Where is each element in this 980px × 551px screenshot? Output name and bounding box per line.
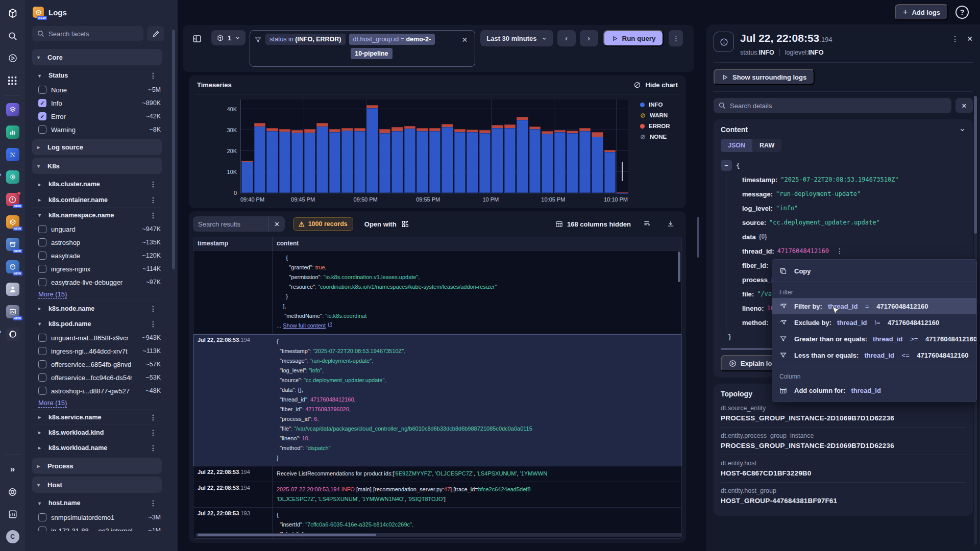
user-avatar[interactable]: C	[6, 530, 19, 543]
chart-bar[interactable]	[554, 130, 566, 193]
filter-chip-2[interactable]: dt.host_group.id = demo-2-	[349, 34, 435, 45]
tab-json[interactable]: JSON	[721, 139, 752, 152]
menu-item-filter-by-[interactable]: Filter by: thread_id = 47176048412160	[772, 298, 976, 314]
facet-value-row[interactable]: ✓Error~42K	[32, 110, 162, 123]
chart-bar[interactable]	[429, 128, 441, 193]
column-header-timestamp[interactable]: timestamp	[193, 237, 273, 250]
chart-bar[interactable]	[304, 129, 316, 193]
timeseries-chart[interactable]: 010K20K30K40K09:40 PM09:45 PM09:50 PM09:…	[197, 95, 678, 200]
clear-filter-icon[interactable]: ✕	[459, 34, 471, 46]
chart-bar[interactable]	[504, 124, 516, 193]
topology-value[interactable]: HOST-6C867CD1BF3229B0	[721, 469, 966, 477]
chart-scrollbar[interactable]	[622, 162, 623, 181]
facet-value-row[interactable]: unguard~947K	[32, 222, 162, 236]
chart-bar[interactable]	[442, 124, 453, 193]
facet-group-k8s-workload-kind[interactable]: ▸k8s.workload.kind⋮	[32, 424, 162, 440]
help-hub-icon[interactable]	[4, 483, 22, 501]
facet-value-row[interactable]: easytrade-live-debugger~97K	[32, 276, 162, 289]
chart-bar[interactable]	[391, 127, 403, 193]
facet-kebab-icon[interactable]: ⋮	[150, 444, 157, 452]
search-icon[interactable]	[4, 27, 22, 45]
search-details-input[interactable]	[714, 98, 951, 113]
chart-bar[interactable]	[604, 150, 616, 193]
topology-value[interactable]: PROCESS_GROUP_INSTANCE-2D1069B7D1D62236	[721, 414, 966, 422]
filter-chip-2-wrap[interactable]: 10-pipeline	[351, 48, 392, 59]
clouds-app-icon[interactable]	[4, 101, 22, 119]
facet-section-k8s[interactable]: ▾K8s	[32, 158, 162, 174]
user-sessions-app-icon[interactable]	[4, 280, 22, 298]
checkbox-unchecked[interactable]	[38, 360, 46, 368]
checkbox-unchecked[interactable]	[38, 373, 46, 382]
facet-value-row[interactable]: offerservice...fcc94c6-ds54r~53K	[32, 371, 162, 384]
json-node-log_level[interactable]: log_level:"info"	[721, 201, 966, 215]
menu-item-greater-than-or-equals-[interactable]: Greater than or equals: thread_id >= 471…	[772, 331, 976, 347]
search-facets-input[interactable]	[32, 26, 143, 41]
run-query-button[interactable]: Run query	[603, 30, 664, 46]
column-header-content[interactable]: content	[273, 237, 681, 250]
chart-bar[interactable]	[592, 132, 603, 193]
checkbox-unchecked[interactable]	[38, 265, 46, 273]
facet-section-host[interactable]: ▾Host	[32, 477, 162, 493]
show-surrounding-logs-button[interactable]: Show surrounding logs	[714, 69, 815, 85]
filter-chip-1[interactable]: status in (INFO, ERROR)	[265, 34, 345, 45]
distributed-tracing-app-icon[interactable]	[4, 145, 22, 164]
chart-bar[interactable]	[542, 131, 553, 193]
json-node-data[interactable]: data{0}	[721, 230, 966, 244]
detail-menu-kebab[interactable]: ⋮	[951, 35, 959, 43]
facet-group-Status[interactable]: ▾Status⋮	[32, 68, 162, 83]
chart-bar[interactable]	[366, 105, 378, 193]
facet-value-row[interactable]: astroshop~135K	[32, 236, 162, 249]
facet-value-row[interactable]: Warning~8K	[32, 123, 162, 136]
chart-bar[interactable]	[492, 125, 503, 193]
search-results-input[interactable]	[193, 216, 268, 232]
checkbox-unchecked[interactable]	[38, 513, 46, 521]
scope-selector[interactable]: 1	[211, 30, 246, 45]
checkbox-checked[interactable]: ✓	[38, 112, 46, 120]
checkbox-unchecked[interactable]	[38, 86, 46, 94]
menu-item-add-column-for-[interactable]: Add column for: thread_id	[772, 382, 976, 398]
facet-value-row[interactable]: snmpsimulatordemo1~3M	[32, 511, 162, 524]
chart-bar[interactable]	[241, 161, 253, 193]
facet-value-row[interactable]: ingress-ngi...464dcd-xrv7t~113K	[32, 344, 162, 358]
add-logs-button[interactable]: + Add logs	[895, 4, 948, 20]
checkbox-unchecked[interactable]	[38, 238, 46, 246]
json-node-kebab[interactable]: ⋮	[836, 247, 843, 255]
facet-value-row[interactable]: easytrade~120K	[32, 249, 162, 262]
facet-section-log-source[interactable]: ▸Log source	[32, 139, 162, 155]
collapse-section-icon[interactable]	[959, 127, 966, 133]
legend-item-error[interactable]: ERROR	[640, 123, 670, 129]
facet-group-k8s-namespace-name[interactable]: ▾k8s.namespace.name⋮	[32, 207, 162, 222]
topology-value[interactable]: HOST_GROUP-447684381BF97F61	[721, 497, 966, 505]
sidebar-scrollbar[interactable]	[172, 30, 175, 269]
chart-bar[interactable]	[316, 123, 328, 193]
facet-value-row[interactable]: unguard-mal...8658f-x9vcr~943K	[32, 331, 162, 344]
legend-item-none[interactable]: NONE	[640, 134, 670, 140]
facet-value-row[interactable]: astroshop-i...d8877-gw527~48K	[32, 384, 162, 397]
facet-kebab-icon[interactable]: ⋮	[150, 196, 157, 204]
more-link[interactable]: More (15)	[32, 289, 162, 300]
legend-item-warn[interactable]: WARN	[640, 112, 670, 118]
chart-bar[interactable]	[291, 130, 303, 193]
facet-group-k8s-workload-name[interactable]: ▸k8s.workload.name⋮	[32, 440, 162, 455]
facet-kebab-icon[interactable]: ⋮	[150, 180, 157, 188]
help-icon[interactable]: ?	[955, 6, 969, 19]
facet-group-k8s-service-name[interactable]: ▸k8s.service.name⋮	[32, 409, 162, 424]
chart-bar[interactable]	[329, 129, 341, 193]
query-menu-kebab[interactable]: ⋮	[669, 30, 683, 46]
download-icon[interactable]	[664, 217, 678, 231]
chart-bar[interactable]	[479, 130, 491, 193]
tab-raw[interactable]: RAW	[752, 139, 781, 152]
dashboards-app-icon[interactable]	[4, 123, 22, 141]
analytics-icon[interactable]	[4, 505, 22, 523]
edit-facets-button[interactable]	[147, 26, 164, 41]
json-node-timestamp[interactable]: timestamp:"2025-07-22T20:08:53.194673510…	[721, 172, 966, 187]
hide-chart-button[interactable]: Hide chart	[633, 81, 678, 89]
show-full-content-link[interactable]: Show full content	[283, 322, 326, 329]
json-node-thread_id[interactable]: thread_id:47176048412160⋮	[721, 244, 966, 258]
table-row[interactable]: Jul 22, 22:08:53.194Receive ListRecommen…	[193, 466, 681, 482]
chart-bar[interactable]	[617, 192, 628, 193]
table-row[interactable]: Jul 22, 22:08:53.1942025-07-22 20:08:53,…	[193, 482, 681, 508]
records-warning-badge[interactable]: ⚠ 1000 records	[293, 217, 353, 231]
checkbox-unchecked[interactable]	[38, 225, 46, 233]
chart-bar[interactable]	[529, 127, 541, 193]
